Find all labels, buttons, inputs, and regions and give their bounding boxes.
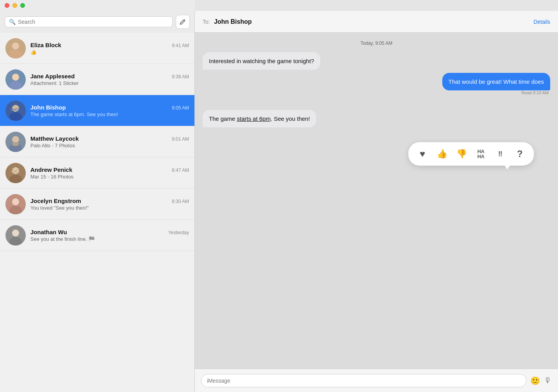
haha-icon: HAHA — [477, 149, 484, 159]
conv-preview-jonathan: See you at the finish line. 🏁 — [30, 236, 189, 242]
conversation-item-jonathan[interactable]: Jonathan Wu Yesterday See you at the fin… — [0, 220, 194, 251]
sidebar: 🔍 — [0, 11, 195, 392]
conv-preview-jane: Attachment: 1 Sticker — [30, 80, 189, 86]
bubble-3: The game starts at 6pm. See you then! — [203, 110, 316, 127]
conv-preview-andrew: Mar 15 - 16 Photos — [30, 174, 189, 180]
bubble-text-underline: starts at 6pm — [237, 115, 271, 122]
avatar-eliza — [5, 38, 26, 58]
conv-time-jane: 9:38 AM — [172, 74, 189, 79]
messages-area: Today, 9:05 AM Interested in watching th… — [195, 33, 558, 369]
compose-button[interactable] — [176, 15, 190, 29]
conv-info-andrew: Andrew Penick 8:47 AM Mar 15 - 16 Photos — [30, 166, 189, 180]
search-bar[interactable]: 🔍 — [5, 16, 173, 27]
chat-input-bar: 🙂 🎙 — [195, 369, 558, 392]
chat-header: To: John Bishop Details — [195, 11, 558, 33]
svg-point-13 — [12, 136, 19, 143]
title-bar — [0, 0, 195, 11]
message-status-2: Read 9:10 AM — [521, 90, 549, 95]
avatar-jonathan — [5, 225, 26, 245]
conv-info-jane: Jane Appleseed 9:38 AM Attachment: 1 Sti… — [30, 73, 189, 86]
conversation-item-andrew[interactable]: Andrew Penick 8:47 AM Mar 15 - 16 Photos — [0, 157, 194, 189]
conv-preview-eliza: 👍 — [30, 49, 189, 55]
conversation-item-john[interactable]: John Bishop 9:05 AM The game starts at 6… — [0, 95, 194, 126]
conv-info-jocelyn: Jocelyn Engstrom 8:30 AM You loved "See … — [30, 198, 189, 211]
tapback-exclaim[interactable]: ‼ — [493, 146, 508, 162]
conv-preview-john: The game starts at 6pm. See you then! — [30, 111, 189, 117]
microphone-button[interactable]: 🎙 — [544, 376, 552, 385]
conversation-item-eliza[interactable]: Eliza Block 9:41 AM 👍 — [0, 33, 194, 64]
conv-name-eliza: Eliza Block — [30, 42, 61, 48]
chat-recipient-name: John Bishop — [214, 18, 252, 25]
tapback-thumbsup[interactable]: 👍 — [434, 146, 450, 162]
conv-info-john: John Bishop 9:05 AM The game starts at 6… — [30, 104, 189, 117]
sidebar-header: 🔍 — [0, 11, 194, 33]
conversation-list: Eliza Block 9:41 AM 👍 Ja — [0, 33, 194, 392]
avatar-jocelyn — [5, 194, 26, 214]
bubble-2: That would be great! What time does — [442, 73, 550, 90]
tapback-question[interactable]: ? — [512, 146, 528, 162]
svg-point-1 — [12, 42, 19, 49]
svg-point-26 — [12, 230, 19, 237]
message-timestamp: Today, 9:05 AM — [203, 41, 550, 46]
conv-time-andrew: 8:47 AM — [172, 168, 189, 173]
conv-preview-jocelyn: You loved "See you then!" — [30, 205, 189, 211]
tapback-heart[interactable]: ♥ — [415, 146, 430, 162]
message-row-2: That would be great! What time does — [442, 73, 550, 90]
avatar-matthew — [5, 132, 26, 152]
conv-name-jonathan: Jonathan Wu — [30, 229, 67, 235]
tapback-haha[interactable]: HAHA — [473, 146, 489, 162]
chat-pane: To: John Bishop Details Today, 9:05 AM I… — [195, 11, 558, 392]
message-row-1: Interested in watching the game tonight? — [203, 52, 550, 70]
conv-name-andrew: Andrew Penick — [30, 166, 72, 173]
close-button[interactable] — [5, 3, 9, 8]
svg-point-4 — [12, 74, 19, 81]
conv-name-jane: Jane Appleseed — [30, 73, 75, 79]
avatar-john — [5, 101, 26, 121]
search-icon: 🔍 — [9, 19, 16, 25]
tapback-popup: ♥ 👍 👎 HAHA ‼ ? — [408, 142, 534, 166]
conv-info-jonathan: Jonathan Wu Yesterday See you at the fin… — [30, 229, 189, 242]
app-container: 🔍 — [0, 11, 558, 392]
svg-point-23 — [12, 198, 19, 205]
conv-time-jonathan: Yesterday — [168, 230, 189, 235]
to-label: To: — [203, 19, 210, 25]
message-input-wrap[interactable] — [201, 374, 526, 387]
message-row-3: The game starts at 6pm. See you then! — [203, 110, 550, 127]
conv-name-matthew: Matthew Laycock — [30, 135, 79, 142]
conversation-item-jocelyn[interactable]: Jocelyn Engstrom 8:30 AM You loved "See … — [0, 189, 194, 220]
chat-to-row: To: John Bishop — [203, 18, 252, 25]
bubble-1: Interested in watching the game tonight? — [203, 52, 320, 70]
exclaim-icon: ‼ — [498, 150, 503, 158]
minimize-button[interactable] — [12, 3, 17, 8]
conv-time-jocelyn: 8:30 AM — [172, 199, 189, 204]
maximize-button[interactable] — [20, 3, 25, 8]
bubble-text-1: Interested in watching the game tonight? — [209, 58, 314, 64]
conv-info-matthew: Matthew Laycock 9:01 AM Palo Alto - 7 Ph… — [30, 135, 189, 148]
conv-name-jocelyn: Jocelyn Engstrom — [30, 198, 81, 204]
conv-time-john: 9:05 AM — [172, 105, 189, 111]
tapback-thumbsdown[interactable]: 👎 — [454, 146, 469, 162]
conv-time-matthew: 9:01 AM — [172, 136, 189, 142]
emoji-button[interactable]: 🙂 — [530, 376, 540, 385]
search-input[interactable] — [18, 19, 168, 25]
bubble-text-2: That would be great! What time does — [449, 78, 544, 85]
avatar-jane — [5, 69, 26, 90]
conversation-item-jane[interactable]: Jane Appleseed 9:38 AM Attachment: 1 Sti… — [0, 64, 194, 95]
conv-preview-matthew: Palo Alto - 7 Photos — [30, 143, 189, 148]
conv-info-eliza: Eliza Block 9:41 AM 👍 — [30, 42, 189, 55]
avatar-andrew — [5, 163, 26, 183]
conversation-item-matthew[interactable]: Matthew Laycock 9:01 AM Palo Alto - 7 Ph… — [0, 126, 194, 157]
message-input[interactable] — [207, 378, 521, 384]
svg-point-15 — [12, 142, 19, 146]
conv-name-john: John Bishop — [30, 104, 66, 111]
conv-time-eliza: 9:41 AM — [172, 43, 189, 48]
details-button[interactable]: Details — [533, 19, 550, 25]
